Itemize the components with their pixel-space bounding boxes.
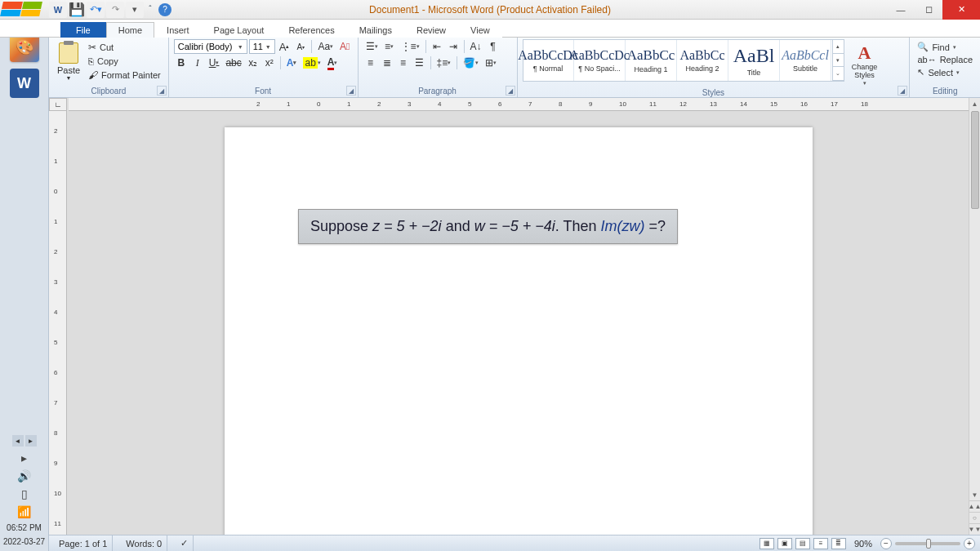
page-scroll[interactable]: Suppose z = 5 + −2i and w = −5 + −4i. Th… [69,111,969,535]
view-draft-button[interactable]: ≣ [831,538,846,549]
show-marks-button[interactable]: ¶ [486,39,501,54]
view-print-layout-button[interactable]: ▦ [760,538,774,549]
next-page-icon[interactable]: ▼▼ [969,523,980,535]
copy-button[interactable]: ⎘Copy [86,56,163,67]
close-button[interactable]: ✕ [942,0,980,20]
text-effects-button[interactable]: A▾ [284,56,300,70]
style-title[interactable]: AaBlTitle [729,40,780,81]
cut-button[interactable]: ✂Cut [86,41,163,54]
paste-button[interactable]: Paste ▼ [54,39,83,81]
font-dialog-launcher[interactable]: ◢ [346,86,356,96]
align-left-button[interactable]: ≡ [363,56,378,70]
browse-object-icon[interactable]: ○ [969,512,980,523]
bold-button[interactable]: B [174,56,189,70]
multilevel-button[interactable]: ⋮≡▾ [399,39,422,54]
view-outline-button[interactable]: ≡ [813,538,828,549]
maximize-button[interactable]: ◻ [915,0,942,20]
zoom-out-button[interactable]: − [880,538,892,549]
tab-home[interactable]: Home [106,22,154,38]
paragraph-dialog-launcher[interactable]: ◢ [506,86,515,96]
font-color-button[interactable]: A▾ [325,56,341,70]
strike-button[interactable]: abc [223,56,243,70]
taskbar-date[interactable]: 2022-03-27 [3,537,45,546]
zoom-slider[interactable] [895,542,960,545]
network-icon[interactable]: 📶 [17,505,31,518]
taskbar-time[interactable]: 06:52 PM [7,523,42,532]
style-nospacing[interactable]: AaBbCcDc¶ No Spaci... [575,40,626,81]
bullets-button[interactable]: ☰▾ [363,39,381,54]
tab-insert[interactable]: Insert [154,22,202,38]
prev-page-icon[interactable]: ▲▲ [969,500,980,512]
qat-customize-icon[interactable]: ▾ [126,2,144,18]
font-name-selector[interactable]: Calibri (Body)▼ [174,39,247,54]
numbering-button[interactable]: ≡▾ [382,39,397,54]
qat-word-icon[interactable]: W [49,2,67,18]
tab-review[interactable]: Review [404,22,458,38]
help-icon[interactable]: ? [158,3,172,16]
status-words[interactable]: Words: 0 [121,535,167,551]
tab-references[interactable]: References [276,22,346,38]
change-styles-button[interactable]: A Change Styles ▾ [847,39,883,87]
minimize-button[interactable]: — [887,0,915,20]
shading-button[interactable]: 🪣▾ [461,56,481,70]
vertical-scrollbar[interactable]: ▲ ▼ ▲▲ ○ ▼▼ [969,98,980,535]
shrink-font-button[interactable]: A▾ [293,39,308,54]
status-page[interactable]: Page: 1 of 1 [54,535,113,551]
decrease-indent-button[interactable]: ⇤ [430,39,444,54]
align-center-button[interactable]: ≣ [380,56,394,70]
zoom-handle[interactable] [926,539,931,549]
ruler-vertical[interactable]: 2101234567891011121314 [49,111,67,535]
view-web-button[interactable]: ▤ [795,538,810,549]
scroll-thumb[interactable] [971,111,979,209]
qat-undo-icon[interactable]: ↶▾ [87,2,105,18]
tab-page-layout[interactable]: Page Layout [202,22,277,38]
zoom-in-button[interactable]: + [964,538,975,549]
underline-button[interactable]: U▾ [207,56,222,70]
document-page[interactable]: Suppose z = 5 + −2i and w = −5 + −4i. Th… [225,127,813,535]
ribbon-collapse-icon[interactable]: ˆ [144,3,157,16]
style-subtitle[interactable]: AaBbCclSubtitle [781,40,831,81]
superscript-button[interactable]: x² [262,56,277,70]
font-size-selector[interactable]: 11▼ [249,39,275,54]
styles-gallery[interactable]: AaBbCcDc¶ Normal AaBbCcDc¶ No Spaci... A… [523,39,844,82]
scroll-up-icon[interactable]: ▲ [969,98,980,109]
subscript-button[interactable]: x₂ [246,56,261,70]
volume-icon[interactable]: 🔊 [17,469,31,482]
clear-format-button[interactable]: A⃥ [337,39,352,54]
qat-redo-icon[interactable]: ↷ [106,2,124,18]
styles-scroll[interactable]: ▴▾⌄ [832,40,844,81]
tab-view[interactable]: View [458,22,502,38]
style-heading2[interactable]: AaBbCcHeading 2 [678,40,728,81]
highlight-button[interactable]: ab▾ [301,56,323,70]
select-button[interactable]: ↖Select▾ [915,66,975,78]
align-right-button[interactable]: ≡ [396,56,411,70]
tab-mailings[interactable]: Mailings [347,22,404,38]
grow-font-button[interactable]: A▴ [277,39,292,54]
clipboard-dialog-launcher[interactable]: ◢ [157,86,167,96]
app-icon-word[interactable]: W [10,69,39,98]
style-heading1[interactable]: AaBbCcHeading 1 [626,40,677,81]
status-proof-icon[interactable]: ✓ [176,535,194,551]
find-button[interactable]: 🔍Find▾ [915,41,975,53]
justify-button[interactable]: ☰ [412,56,427,70]
ruler-corner[interactable]: ∟ [49,98,67,111]
line-spacing-button[interactable]: ‡≡▾ [434,56,454,70]
scroll-down-icon[interactable]: ▼ [969,489,980,500]
borders-button[interactable]: ⊞▾ [483,56,499,70]
tab-file[interactable]: File [60,22,106,38]
sort-button[interactable]: A↓ [468,39,484,54]
format-painter-button[interactable]: 🖌Format Painter [86,69,163,82]
increase-indent-button[interactable]: ⇥ [446,39,461,54]
zoom-level[interactable]: 90% [854,539,872,549]
qat-save-icon[interactable]: 💾 [69,2,85,17]
italic-button[interactable]: I [190,56,205,70]
taskbar-show-hidden[interactable]: ▸ [21,451,27,464]
styles-dialog-launcher[interactable]: ◢ [898,86,907,96]
ruler-horizontal[interactable]: 210123456789101112131415161718 [69,98,969,111]
style-normal[interactable]: AaBbCcDc¶ Normal [523,40,574,81]
view-fullscreen-button[interactable]: ▣ [777,538,792,549]
battery-icon[interactable]: ▯ [21,487,28,500]
taskbar-nav[interactable]: ◄► [12,435,37,447]
change-case-button[interactable]: Aa▾ [315,39,336,54]
replace-button[interactable]: ab↔Replace [915,54,975,65]
